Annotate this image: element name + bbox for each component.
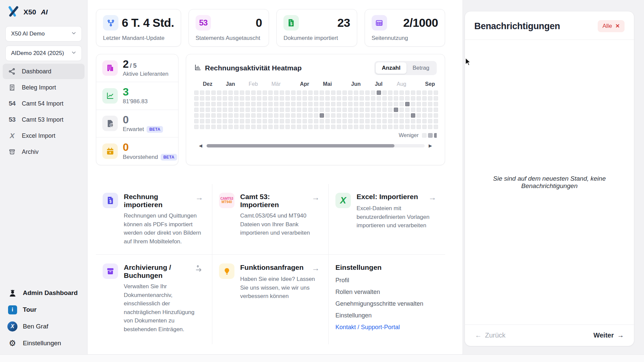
brand-suffix: AI — [41, 8, 48, 16]
heatmap-cell — [246, 102, 250, 106]
heatmap-cell — [280, 125, 284, 129]
heatmap-legend: Weniger — [194, 132, 437, 138]
action-card-rechnung-importieren[interactable]: $Rechnung importieren→Rechnungen und Qui… — [96, 184, 212, 255]
heatmap-cell — [422, 96, 427, 101]
heatmap-cell — [320, 102, 324, 106]
app-screen: X50 AI X50 AI Demo AIDemo 2024 (2025) Da… — [0, 0, 644, 362]
heatmap-cell — [337, 119, 341, 123]
sidebar-item-camt-53-import[interactable]: 53Camt 53 Import — [3, 112, 85, 127]
side-stat-value: 3 — [123, 86, 148, 98]
heatmap-cell — [399, 96, 404, 101]
scroll-right-icon[interactable]: ▶ — [428, 142, 433, 149]
sidebar-item-archiv[interactable]: Archiv — [3, 144, 85, 160]
heatmap-cell — [360, 125, 364, 129]
scrollbar-thumb[interactable] — [207, 144, 394, 147]
settings-link-einstellungen[interactable]: Einstellungen — [335, 312, 436, 319]
heatmap-cell — [246, 125, 250, 129]
toggle-option-betrag[interactable]: Betrag — [407, 62, 435, 74]
heatmap-cell — [280, 96, 284, 101]
footer-item-label: Ben Graf — [23, 323, 48, 330]
settings-link-genehmigungsschritte-verwalten[interactable]: Genehmigungsschritte verwalten — [335, 300, 436, 307]
settings-card-title: Einstellungen — [335, 263, 436, 272]
heatmap-card: Rechnungsaktivität Heatmap AnzahlBetrag … — [186, 54, 445, 165]
heatmap-cell — [371, 125, 375, 129]
action-card-funktionsanfragen[interactable]: Funktionsanfragen→Haben Sie eine Idee? L… — [212, 255, 329, 344]
footer-item-einstellungen[interactable]: ⚙Einstellungen — [3, 335, 85, 352]
heatmap-cell — [394, 96, 398, 101]
heatmap-cell — [308, 119, 313, 123]
period-select[interactable]: AIDemo 2024 (2025) — [5, 46, 82, 61]
hierarchy-icon — [103, 15, 118, 31]
heatmap-cell — [297, 96, 301, 101]
heatmap-cell — [280, 119, 284, 123]
close-icon[interactable]: ✕ — [615, 23, 620, 29]
sidebar-item-camt-54-import[interactable]: 54Camt 54 Import — [3, 96, 85, 111]
heatmap-cell — [217, 113, 221, 118]
action-card-title: Archivierung / Buchungen — [124, 263, 192, 280]
heatmap-cell — [411, 96, 415, 101]
heatmap-cell — [365, 119, 370, 123]
notifications-filter-all-button[interactable]: Alle ✕ — [598, 20, 625, 32]
toggle-option-anzahl[interactable]: Anzahl — [376, 62, 407, 74]
heatmap-cell — [274, 125, 278, 129]
heatmap-cell — [377, 108, 381, 112]
calendar-plus-icon: + — [102, 143, 118, 159]
heatmap-cell — [365, 102, 370, 106]
heatmap-cell — [348, 119, 353, 123]
scroll-left-icon[interactable]: ◀ — [198, 142, 203, 149]
heatmap-cell — [342, 108, 347, 112]
heatmap-cell — [382, 90, 387, 95]
share-arrow-icon — [195, 264, 203, 274]
heatmap-cell — [223, 125, 227, 129]
heatmap-cell — [234, 108, 238, 112]
settings-link-profil[interactable]: Profil — [335, 277, 436, 284]
workspace-select[interactable]: X50 AI Demo — [5, 26, 82, 42]
sidebar-item-excel-import[interactable]: XExcel Import — [3, 128, 85, 143]
sidebar-item-beleg-import[interactable]: Beleg Import — [3, 80, 85, 95]
heatmap-cell — [434, 108, 438, 112]
heatmap-cell — [417, 108, 421, 112]
heatmap-cell — [342, 90, 347, 95]
heatmap-cell — [194, 96, 199, 101]
heatmap-cell — [268, 113, 273, 118]
heatmap-cell — [365, 108, 370, 112]
heatmap-cell — [285, 119, 290, 123]
lightbulb-icon — [219, 263, 234, 279]
action-card-archivierung-buchungen[interactable]: Archivierung / BuchungenVerwalten Sie Ih… — [96, 255, 212, 344]
heatmap-cell — [399, 125, 404, 129]
back-button[interactable]: ← Zurück — [475, 331, 505, 339]
heatmap-cell — [371, 102, 375, 106]
sidebar-item-dashboard[interactable]: Dashboard — [3, 64, 85, 79]
month-label-jan: Jan — [226, 81, 235, 87]
heatmap-cell — [200, 108, 204, 112]
settings-link-rollen-verwalten[interactable]: Rollen verwalten — [335, 289, 436, 296]
back-label: Zurück — [485, 331, 505, 339]
heatmap-cell — [217, 96, 221, 101]
footer-item-tour[interactable]: iTour — [3, 301, 85, 318]
action-card-excel-importieren[interactable]: XExcel: Importieren→Excel-Dateien mit be… — [329, 184, 445, 255]
month-label-dez: Dez — [203, 81, 212, 87]
user-avatar: X — [7, 321, 17, 331]
next-button[interactable]: Weiter → — [593, 331, 624, 339]
excel-logo: X — [340, 195, 346, 206]
settings-link-kontakt-support-portal[interactable]: Kontakt / Support-Portal — [335, 324, 436, 331]
footer-item-admin-dashboard[interactable]: Admin Dashboard — [3, 285, 85, 301]
heatmap-cell — [337, 108, 341, 112]
footer-item-ben-graf[interactable]: XBen Graf — [3, 318, 85, 335]
heatmap-cell — [411, 119, 415, 123]
heatmap-cell — [428, 90, 432, 95]
heatmap-cell — [200, 119, 204, 123]
heatmap-title: Rechnungsaktivität Heatmap — [205, 64, 302, 72]
action-card-camt-53-importieren[interactable]: CAMT53MT940Camt 53: Importieren→Camt.053… — [212, 184, 329, 255]
settings-card: EinstellungenProfilRollen verwaltenGeneh… — [329, 255, 445, 344]
month-label-feb: Feb — [249, 81, 258, 87]
month-label-aug: Aug — [397, 81, 406, 87]
camt54-number-icon: 54 — [7, 100, 17, 107]
sidebar: X50 AI X50 AI Demo AIDemo 2024 (2025) Da… — [0, 0, 87, 354]
heatmap-cell — [211, 119, 216, 123]
legend-swatch — [434, 133, 437, 138]
heatmap-cell — [371, 108, 375, 112]
heatmap-cell — [200, 125, 204, 129]
heatmap-cell — [234, 90, 238, 95]
scrollbar-track[interactable] — [206, 144, 425, 147]
